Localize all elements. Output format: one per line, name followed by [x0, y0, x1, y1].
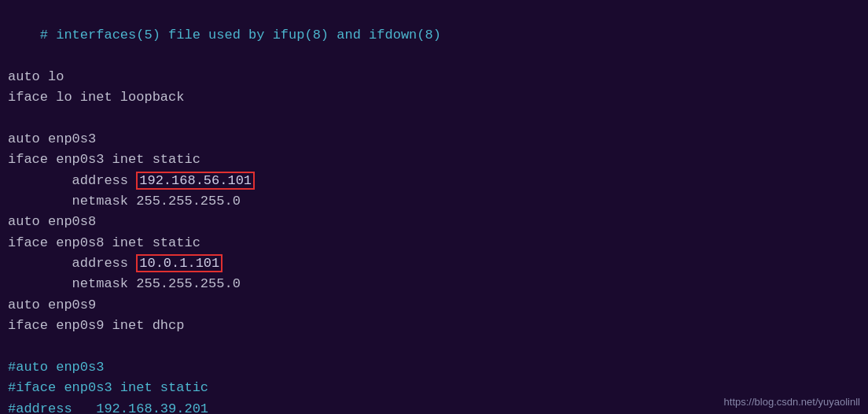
ip-highlight-1: 192.168.56.101 [136, 172, 255, 190]
line-9: auto enp0s8 [8, 212, 860, 232]
line-11: address 10.0.1.101 [8, 253, 860, 274]
line-13: auto enp0s9 [8, 295, 860, 316]
line-4-empty [8, 109, 860, 129]
line-3: iface lo inet loopback [8, 87, 860, 108]
line-2: auto lo [8, 67, 860, 87]
line-16: #auto enp0s3 [8, 357, 860, 378]
line-10: iface enp0s8 inet static [8, 233, 860, 253]
ip-highlight-2: 10.0.1.101 [136, 254, 223, 272]
line-12: netmask 255.255.255.0 [8, 274, 860, 294]
comment-hash: # [40, 28, 56, 43]
watermark: https://blog.csdn.net/yuyaolinll [724, 396, 860, 408]
line-6: iface enp0s3 inet static [8, 150, 860, 170]
line-15-empty [8, 337, 860, 357]
line-8: netmask 255.255.255.0 [8, 191, 860, 212]
line-1: # # interfaces(5) file used by ifup(8) a… [8, 5, 860, 67]
line-5: auto enp0s3 [8, 129, 860, 150]
line-7: address 192.168.56.101 [8, 171, 860, 191]
line-14: iface enp0s9 inet dhcp [8, 316, 860, 336]
terminal-window: # # interfaces(5) file used by ifup(8) a… [0, 0, 868, 414]
